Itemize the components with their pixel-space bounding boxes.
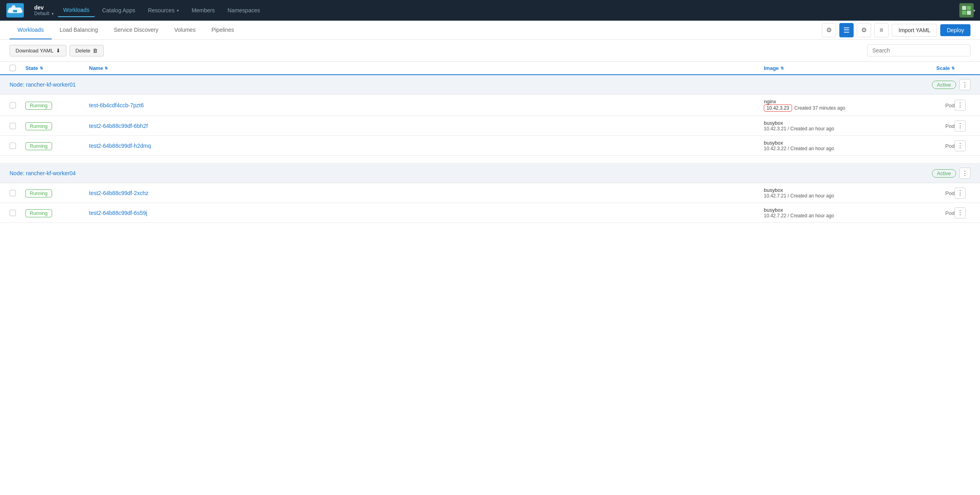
name-column-header[interactable]: Name ⇅ <box>89 65 764 71</box>
table-row: Running test2-64b88c99df-6s59j busybox 1… <box>0 203 980 223</box>
scale-sort-icon: ⇅ <box>951 66 955 70</box>
node-label-worker04: Node: rancher-kf-worker04 <box>10 170 932 176</box>
delete-label: Delete <box>76 48 91 54</box>
image-info: busybox 10.42.7.21 / Created an hour ago <box>764 187 907 199</box>
download-icon: ⬇ <box>56 48 60 54</box>
svg-point-2 <box>8 10 11 13</box>
user-avatar[interactable]: ▾ <box>959 3 974 17</box>
toolbar: Download YAML ⬇ Delete 🗑 <box>0 40 980 61</box>
row-menu-button[interactable]: ⋮ <box>955 140 966 151</box>
nav-workloads[interactable]: Workloads <box>58 4 95 17</box>
state-column-header[interactable]: State ⇅ <box>25 65 89 71</box>
node-menu-button-worker04[interactable]: ⋮ <box>959 168 970 179</box>
list-icon: ☰ <box>843 26 850 35</box>
status-badge: Running <box>25 142 52 150</box>
image-ip: 10.42.3.22 / Created an hour ago <box>764 146 907 151</box>
nav-members[interactable]: Members <box>186 4 220 17</box>
tab-pipelines[interactable]: Pipelines <box>203 21 242 39</box>
ip-highlighted: 10.42.3.23 <box>764 104 792 112</box>
scale-value: Pod <box>945 123 955 129</box>
image-ip-text: 10.42.7.21 / Created an hour ago <box>764 193 834 199</box>
svg-rect-4 <box>13 10 17 12</box>
status-badge: Running <box>25 122 52 130</box>
search-input[interactable] <box>867 44 970 56</box>
table-row: Running test2-64b88c99df-2xchz busybox 1… <box>0 183 980 203</box>
table-row: Running test2-64b88c99df-6bh2f busybox 1… <box>0 116 980 136</box>
scale-value: Pod <box>945 102 955 108</box>
svg-rect-1 <box>12 5 15 9</box>
download-yaml-label: Download YAML <box>15 48 54 54</box>
table-header: State ⇅ Name ⇅ Image ⇅ Scale ⇅ <box>0 61 980 75</box>
nav-resources[interactable]: Resources ▾ <box>142 4 184 17</box>
node-active-badge-worker04: Active <box>932 169 956 178</box>
avatar-chevron-icon: ▾ <box>973 8 975 13</box>
image-info: nginx 10.42.3.23 Created 37 minutes ago <box>764 99 907 112</box>
delete-button[interactable]: Delete 🗑 <box>70 45 104 56</box>
image-name: busybox <box>764 140 907 146</box>
svg-point-3 <box>19 10 23 13</box>
columns-icon-btn[interactable]: ≡ <box>874 23 889 37</box>
select-all-checkbox[interactable] <box>10 65 16 71</box>
image-ip: 10.42.7.21 / Created an hour ago <box>764 193 907 199</box>
row-checkbox[interactable] <box>10 190 16 196</box>
workload-name-link[interactable]: test2-64b88c99df-6s59j <box>89 210 147 216</box>
tab-volumes[interactable]: Volumes <box>166 21 203 39</box>
node-actions-worker04: Active ⋮ <box>932 168 970 179</box>
image-sort-icon: ⇅ <box>781 66 784 70</box>
image-info: busybox 10.42.3.21 / Created an hour ago <box>764 120 907 131</box>
node-active-badge-worker01: Active <box>932 81 956 89</box>
image-info: busybox 10.42.7.22 / Created an hour ago <box>764 207 907 218</box>
scale-value: Pod <box>945 143 955 149</box>
workload-name-link[interactable]: test2-64b88c99df-6bh2f <box>89 123 148 129</box>
context-selector[interactable]: dev Default ▾ <box>30 3 58 18</box>
config-icon-btn[interactable]: ⚙ <box>857 23 871 37</box>
image-name: busybox <box>764 120 907 126</box>
app-logo[interactable] <box>6 3 24 17</box>
tab-service-discovery[interactable]: Service Discovery <box>106 21 166 39</box>
row-checkbox[interactable] <box>10 102 16 108</box>
image-extra: Created 37 minutes ago <box>794 105 845 111</box>
list-view-icon-btn[interactable]: ☰ <box>839 23 854 37</box>
image-name: nginx <box>764 99 907 104</box>
image-name: busybox <box>764 207 907 213</box>
row-checkbox[interactable] <box>10 210 16 216</box>
image-ip-text: 10.42.3.22 / Created an hour ago <box>764 146 834 151</box>
group-icon: ⚙ <box>826 26 832 34</box>
status-badge: Running <box>25 189 52 197</box>
image-name: busybox <box>764 187 907 193</box>
logo-area[interactable] <box>6 3 24 17</box>
delete-icon: 🗑 <box>93 48 98 54</box>
import-yaml-button[interactable]: Import YAML <box>892 24 937 37</box>
node-menu-button-worker01[interactable]: ⋮ <box>959 79 970 90</box>
row-menu-button[interactable]: ⋮ <box>955 207 966 218</box>
workload-name-link[interactable]: test2-64b88c99df-2xchz <box>89 190 148 196</box>
context-name: dev <box>34 4 54 11</box>
workload-name-link[interactable]: test-6b4cdf4ccb-7pzt6 <box>89 102 144 108</box>
row-checkbox[interactable] <box>10 123 16 129</box>
tab-load-balancing[interactable]: Load Balancing <box>52 21 106 39</box>
download-yaml-button[interactable]: Download YAML ⬇ <box>10 45 66 56</box>
context-sub: Default ▾ <box>34 11 54 16</box>
state-sort-icon: ⇅ <box>40 66 43 70</box>
workload-name-link[interactable]: test2-64b88c99df-h2dmq <box>89 143 151 149</box>
nav-catalog-apps[interactable]: Catalog Apps <box>97 4 141 17</box>
row-menu-button[interactable]: ⋮ <box>955 100 966 111</box>
row-menu-button[interactable]: ⋮ <box>955 188 966 199</box>
row-menu-button[interactable]: ⋮ <box>955 120 966 131</box>
deploy-button[interactable]: Deploy <box>940 24 970 36</box>
sub-nav-tabs: Workloads Load Balancing Service Discove… <box>10 21 822 39</box>
group-by-icon-btn[interactable]: ⚙ <box>822 23 836 37</box>
node-actions-worker01: Active ⋮ <box>932 79 970 90</box>
image-column-header[interactable]: Image ⇅ <box>764 65 907 71</box>
status-badge: Running <box>25 102 52 110</box>
status-badge: Running <box>25 209 52 217</box>
scale-column-header[interactable]: Scale ⇅ <box>907 65 955 71</box>
image-info: busybox 10.42.3.22 / Created an hour ago <box>764 140 907 151</box>
nav-namespaces[interactable]: Namespaces <box>222 4 266 17</box>
spacer <box>0 156 980 164</box>
config-icon: ⚙ <box>861 26 867 34</box>
nav-links: Workloads Catalog Apps Resources ▾ Membe… <box>58 4 959 17</box>
top-navigation: dev Default ▾ Workloads Catalog Apps Res… <box>0 0 980 21</box>
tab-workloads[interactable]: Workloads <box>10 21 52 39</box>
row-checkbox[interactable] <box>10 143 16 149</box>
